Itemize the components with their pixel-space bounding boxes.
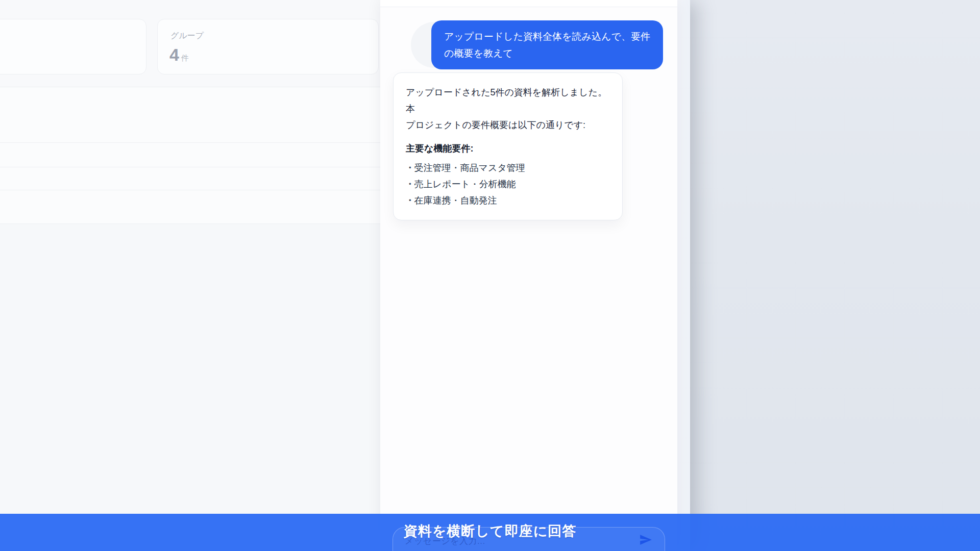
- chat-drawer-header: [380, 0, 677, 7]
- stat-card-value: 4件: [169, 45, 189, 65]
- list-item-text: 売上レポート・分析機能: [414, 179, 516, 189]
- stat-card-label: グループ: [170, 31, 204, 41]
- assistant-message-heading: 主要な機能要件:: [406, 140, 610, 157]
- stat-card-left: [0, 19, 146, 74]
- stat-card-group: グループ 4件: [157, 19, 379, 74]
- assistant-message-card: アップロードされた5件の資料を解析しました。本 プロジェクトの要件概要は以下の通…: [393, 72, 623, 220]
- stat-card-count: 4: [169, 45, 179, 64]
- app-right-margin: [677, 0, 690, 551]
- list-item: •売上レポート・分析機能: [409, 176, 610, 192]
- list-item: •在庫連携・自動発注: [409, 192, 610, 209]
- assistant-message-intro: アップロードされた5件の資料を解析しました。本 プロジェクトの要件概要は以下の通…: [406, 84, 610, 133]
- list-item: •受注管理・商品マスタ管理: [409, 160, 610, 176]
- demo-caption-bar: メッセージを入力... 資料を横断して即座に回答: [0, 514, 980, 551]
- list-item-text: 受注管理・商品マスタ管理: [414, 163, 525, 173]
- list-item-text: 在庫連携・自動発注: [414, 195, 497, 206]
- bullet-icon: •: [409, 196, 411, 204]
- demo-caption-text: 資料を横断して即座に回答: [0, 521, 980, 541]
- chat-drawer: アップロードした資料全体を読み込んで、要件 の概要を教えて アップロードされた5…: [380, 0, 677, 551]
- bullet-icon: •: [409, 180, 411, 188]
- stat-card-unit: 件: [181, 54, 189, 62]
- app-window: グループ 4件 アップロードした資料全体を読み込んで、要件 の概要を教えて アッ…: [0, 0, 690, 551]
- user-message-bubble: アップロードした資料全体を読み込んで、要件 の概要を教えて: [431, 20, 663, 69]
- assistant-message-bullet-list: •受注管理・商品マスタ管理 •売上レポート・分析機能 •在庫連携・自動発注: [406, 160, 610, 209]
- bullet-icon: •: [409, 164, 411, 171]
- capture-background: グループ 4件 アップロードした資料全体を読み込んで、要件 の概要を教えて アッ…: [0, 0, 980, 551]
